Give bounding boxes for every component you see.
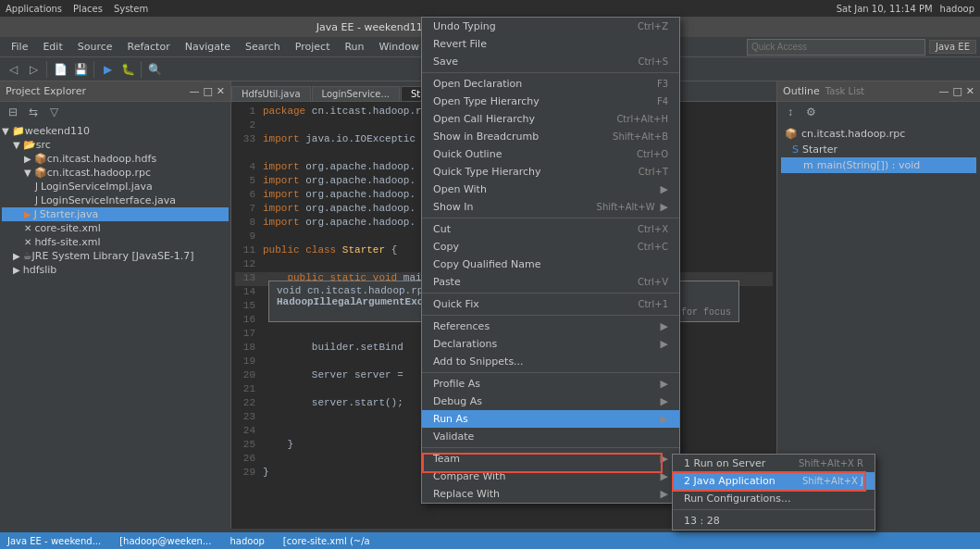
ctx-quick-fix[interactable]: Quick Fix Ctrl+1 xyxy=(422,295,679,313)
class-icon: S xyxy=(792,143,799,156)
tree-label: hdfs-site.xml xyxy=(34,236,100,248)
sidebar-link-editor[interactable]: ⇆ xyxy=(24,103,43,121)
tree-item-loginimpl[interactable]: J LoginServiceImpl.java xyxy=(2,180,229,193)
toolbar-back[interactable]: ◁ xyxy=(4,60,22,79)
project-explorer-header: Project Explorer — □ ✕ xyxy=(0,81,230,102)
tree-label: src xyxy=(36,139,51,151)
toolbar-debug[interactable]: 🐛 xyxy=(118,60,137,79)
sidebar-menu[interactable]: ▽ xyxy=(44,103,63,121)
menu-source[interactable]: Source xyxy=(70,39,120,55)
ctx-debug-as[interactable]: Debug As ▶ xyxy=(422,393,679,410)
submenu-run-configs[interactable]: Run Configurations... xyxy=(673,490,875,507)
task-list-tab[interactable]: Task List xyxy=(825,86,864,96)
tree-item-src[interactable]: ▼ 📂 src xyxy=(2,138,229,152)
ctx-copy[interactable]: Copy Ctrl+C xyxy=(422,238,679,256)
app-menu[interactable]: Applications xyxy=(6,4,62,14)
toolbar-forward[interactable]: ▷ xyxy=(24,60,43,79)
places-menu[interactable]: Places xyxy=(73,4,103,14)
toolbar-new[interactable]: 📄 xyxy=(51,60,69,79)
sidebar-maximize[interactable]: □ xyxy=(203,85,212,97)
sidebar-toolbar: ⊟ ⇆ ▽ xyxy=(0,102,230,122)
ctx-profile-as[interactable]: Profile As ▶ xyxy=(422,375,679,393)
ctx-quick-type-hierarchy[interactable]: Quick Type Hierarchy Ctrl+T xyxy=(422,163,679,181)
ctx-paste[interactable]: Paste Ctrl+V xyxy=(422,273,679,291)
menu-window[interactable]: Window xyxy=(372,39,427,55)
menu-run[interactable]: Run xyxy=(337,39,371,55)
outline-label: main(String[]) : void xyxy=(817,159,920,171)
sidebar-collapse-all[interactable]: ⊟ xyxy=(4,103,22,121)
tree-item-rpc[interactable]: ▼ 📦 cn.itcast.hadoop.rpc xyxy=(2,166,229,180)
sidebar-close[interactable]: ✕ xyxy=(217,85,225,97)
ctx-open-call-hierarchy[interactable]: Open Call Hierarchy Ctrl+Alt+H xyxy=(422,110,679,128)
ctx-declarations[interactable]: Declarations ▶ xyxy=(422,335,679,353)
tree-area: ▼ 📁 weekend110 ▼ 📂 src ▶ 📦 cn.itcast.had… xyxy=(0,122,230,529)
tree-label: LoginServiceImpl.java xyxy=(41,181,153,193)
tree-item-coresite[interactable]: ✕ core-site.xml xyxy=(2,221,229,235)
ctx-show-in[interactable]: Show In Shift+Alt+W ▶ xyxy=(422,198,679,216)
tree-item-hdfs[interactable]: ▶ 📦 cn.itcast.hadoop.hdfs xyxy=(2,152,229,166)
outline-minimize[interactable]: — xyxy=(938,85,949,97)
tree-item-jre[interactable]: ▶ ☕ JRE System Library [JavaSE-1.7] xyxy=(2,249,229,263)
ctx-run-as[interactable]: Run As ▶ xyxy=(422,410,679,428)
ctx-team[interactable]: Team ▶ xyxy=(422,450,679,468)
menu-search[interactable]: Search xyxy=(238,39,288,55)
tree-label: cn.itcast.hadoop.rpc xyxy=(47,167,151,179)
tree-label: cn.itcast.hadoop.hdfs xyxy=(47,153,156,165)
ctx-show-in-breadcrumb[interactable]: Show in Breadcrumb Shift+Alt+B xyxy=(422,128,679,145)
ctx-references[interactable]: References ▶ xyxy=(422,318,679,335)
menu-navigate[interactable]: Navigate xyxy=(178,39,238,55)
tree-label: hdfslib xyxy=(23,264,57,276)
project-icon: 📁 xyxy=(12,125,25,137)
submenu-position: 13 : 28 xyxy=(673,512,875,530)
expand-icon: ▼ xyxy=(13,140,20,150)
package-icon: 📦 xyxy=(34,153,47,165)
outline-filter[interactable]: ⚙ xyxy=(801,103,820,121)
ctx-revert-file[interactable]: Revert File xyxy=(422,35,679,53)
java-ee-tab[interactable]: Java EE xyxy=(929,40,976,54)
system-bar-left: Applications Places System xyxy=(6,4,148,14)
src-icon: 📂 xyxy=(23,139,36,151)
tree-item-hdfssite[interactable]: ✕ hdfs-site.xml xyxy=(2,235,229,249)
tab-loginservice[interactable]: LoginService... xyxy=(312,86,400,101)
ctx-add-to-snippets[interactable]: Add to Snippets... xyxy=(422,353,679,370)
sidebar-minimize[interactable]: — xyxy=(189,85,199,97)
outline-sort[interactable]: ↕ xyxy=(781,103,800,121)
ctx-cut[interactable]: Cut Ctrl+X xyxy=(422,220,679,238)
tab-hdfsutil[interactable]: HdfsUtil.java xyxy=(231,86,311,101)
menu-refactor[interactable]: Refactor xyxy=(120,39,178,55)
ctx-open-with[interactable]: Open With ▶ xyxy=(422,181,679,198)
submenu-java-application[interactable]: 2 Java Application Shift+Alt+X J xyxy=(673,472,875,490)
ctx-replace-with[interactable]: Replace With ▶ xyxy=(422,485,679,503)
submenu-run-on-server[interactable]: 1 Run on Server Shift+Alt+X R xyxy=(673,455,875,472)
tree-item-weekend110[interactable]: ▼ 📁 weekend110 xyxy=(2,124,229,138)
quick-access-input[interactable] xyxy=(747,39,925,56)
ctx-validate[interactable]: Validate xyxy=(422,428,679,445)
tree-label: LoginServiceInterface.java xyxy=(41,194,176,206)
tree-item-starter[interactable]: ▶ J Starter.java xyxy=(2,207,229,221)
ctx-undo-typing[interactable]: Undo Typing Ctrl+Z xyxy=(422,18,679,35)
outline-item-starter-class[interactable]: S Starter xyxy=(781,142,976,157)
expand-icon: ▶ xyxy=(13,265,20,275)
toolbar-search[interactable]: 🔍 xyxy=(145,60,164,79)
system-bar: Applications Places System Sat Jan 10, 1… xyxy=(0,0,980,17)
tree-item-hdfslib[interactable]: ▶ hdfslib xyxy=(2,263,229,277)
ctx-copy-qualified-name[interactable]: Copy Qualified Name xyxy=(422,256,679,273)
outline-close[interactable]: ✕ xyxy=(966,85,974,97)
tree-item-loginintf[interactable]: J LoginServiceInterface.java xyxy=(2,193,229,207)
system-menu[interactable]: System xyxy=(114,4,148,14)
toolbar-run[interactable]: ▶ xyxy=(98,60,117,79)
toolbar-save[interactable]: 💾 xyxy=(71,60,90,79)
outline-item-main[interactable]: m main(String[]) : void xyxy=(781,157,976,173)
ctx-quick-outline[interactable]: Quick Outline Ctrl+O xyxy=(422,145,679,163)
run-as-submenu: 1 Run on Server Shift+Alt+X R 2 Java App… xyxy=(672,454,875,530)
ctx-open-type-hierarchy[interactable]: Open Type Hierarchy F4 xyxy=(422,93,679,110)
ctx-open-declaration[interactable]: Open Declaration F3 xyxy=(422,75,679,93)
ctx-save[interactable]: Save Ctrl+S xyxy=(422,53,679,70)
menu-edit[interactable]: Edit xyxy=(35,39,69,55)
menu-project[interactable]: Project xyxy=(288,39,338,55)
menu-file[interactable]: File xyxy=(4,39,35,55)
outline-maximize[interactable]: □ xyxy=(952,85,961,97)
ctx-compare-with[interactable]: Compare With ▶ xyxy=(422,468,679,485)
project-explorer-title: Project Explorer xyxy=(6,85,86,97)
tree-label: weekend110 xyxy=(25,125,90,137)
